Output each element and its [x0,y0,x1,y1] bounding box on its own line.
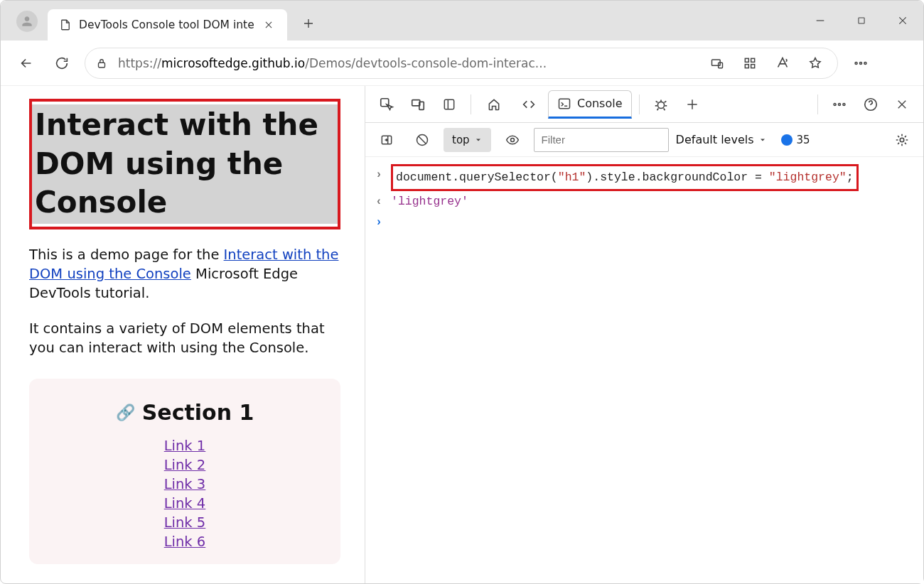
svg-rect-14 [444,99,453,109]
screen-fit-icon[interactable] [705,51,729,75]
address-bar-row: https://microsoftedge.github.io/Demos/de… [1,40,923,86]
device-toggle-button[interactable] [404,90,432,119]
anchor-icon[interactable]: 🔗 [116,404,135,421]
separator [639,94,640,114]
context-selector[interactable]: top [444,128,491,152]
window-controls [800,1,923,40]
code-token: ).style.backgroundColor = [586,171,768,184]
intro-paragraph-1: This is a demo page for the Interact wit… [29,245,340,303]
list-link[interactable]: Link 1 [164,438,206,454]
devtools-tabstrip: Console [365,86,923,123]
intro-paragraph-2: It contains a variety of DOM elements th… [29,319,340,358]
console-output[interactable]: › document.querySelector("h1").style.bac… [365,157,923,583]
url-text: https://microsoftedge.github.io/Demos/de… [118,56,697,70]
console-output-line: ‹ 'lightgrey' [375,191,913,212]
log-levels-selector[interactable]: Default levels [676,133,767,146]
svg-point-16 [657,102,664,108]
refresh-button[interactable] [49,50,75,76]
filter-input[interactable] [534,128,669,152]
svg-rect-6 [745,64,748,67]
code-icon [521,97,537,112]
tab-welcome[interactable] [478,90,510,119]
devtools-more-button[interactable] [825,90,854,119]
dock-toggle-button[interactable] [435,90,463,119]
new-tab-button[interactable] [294,9,323,38]
issues-counter[interactable]: 35 [781,134,810,146]
app-mode-icon[interactable] [738,51,762,75]
svg-rect-4 [745,58,748,62]
clear-console-button[interactable] [408,126,436,154]
svg-point-8 [855,62,857,64]
address-bar[interactable]: https://microsoftedge.github.io/Demos/de… [85,48,838,79]
separator [817,94,818,114]
maximize-button[interactable] [841,1,882,40]
highlighted-code: document.querySelector("h1").style.backg… [391,164,859,191]
arrow-left-icon [18,55,34,71]
list-link[interactable]: Link 6 [164,534,206,550]
close-icon [897,15,908,26]
browser-window: DevTools Console tool DOM inte https: [0,0,924,584]
profile-button[interactable] [16,11,38,32]
tab-label: Console [577,97,623,110]
text: This is a demo page for the [29,247,224,263]
help-icon [863,97,879,112]
svg-rect-1 [99,63,105,67]
favorite-icon[interactable] [803,51,827,75]
list-link[interactable]: Link 5 [164,514,206,531]
output-chevron-icon: ‹ [375,191,385,212]
plus-icon [685,97,699,112]
url-scheme: https:// [118,56,161,70]
chevron-down-icon [758,136,767,144]
browser-tab[interactable]: DevTools Console tool DOM inte [48,9,287,40]
page-viewport: Interact with the DOM using the Console … [1,86,365,583]
code-string: "lightgrey" [769,171,847,184]
list-link[interactable]: Link 2 [164,457,206,473]
close-icon [896,98,908,111]
section-1: 🔗 Section 1 Link 1 Link 2 Link 3 Link 4 … [29,379,340,564]
svg-point-19 [843,103,845,105]
minimize-button[interactable] [800,1,841,40]
toggle-sidebar-button[interactable] [372,126,401,154]
lock-icon [95,57,109,70]
svg-point-24 [900,138,904,142]
console-settings-button[interactable] [888,126,916,154]
person-icon [20,14,34,28]
maximize-icon [856,16,866,26]
code-string: "h1" [558,171,586,184]
svg-rect-7 [751,64,755,67]
tab-sources[interactable] [647,90,675,119]
list-link[interactable]: Link 3 [164,476,206,492]
read-aloud-icon[interactable] [770,51,795,75]
levels-label: Default levels [676,133,754,146]
svg-rect-5 [751,58,755,62]
chevron-down-icon [474,136,483,144]
output-value: 'lightgrey' [391,191,468,212]
inspect-element-button[interactable] [372,90,401,119]
url-path: /Demos/devtools-console-dom-interac... [305,56,547,70]
add-tab-button[interactable] [678,90,707,119]
back-button[interactable] [14,50,39,76]
tab-console[interactable]: Console [548,90,632,119]
more-menu-button[interactable] [848,50,874,76]
plus-icon [302,17,315,30]
tab-title: DevTools Console tool DOM inte [79,18,254,31]
live-expression-button[interactable] [498,126,527,154]
svg-point-10 [864,62,866,64]
devtools-close-button[interactable] [888,90,916,119]
page-title: Interact with the DOM using the Console [32,104,338,224]
tab-close-button[interactable] [262,18,276,32]
issues-dot-icon [781,134,793,146]
page-scroll[interactable]: Interact with the DOM using the Console … [6,92,356,578]
console-icon [557,97,571,111]
console-prompt-line[interactable]: › [375,212,913,233]
close-icon [264,20,274,30]
help-button[interactable] [856,90,885,119]
separator [471,94,471,114]
svg-rect-0 [859,18,864,23]
gear-icon [894,132,910,148]
content-row: Interact with the DOM using the Console … [1,86,923,583]
highlighted-h1: Interact with the DOM using the Console [29,99,340,229]
close-window-button[interactable] [882,1,923,40]
tab-elements[interactable] [512,90,545,119]
list-link[interactable]: Link 4 [164,495,206,512]
